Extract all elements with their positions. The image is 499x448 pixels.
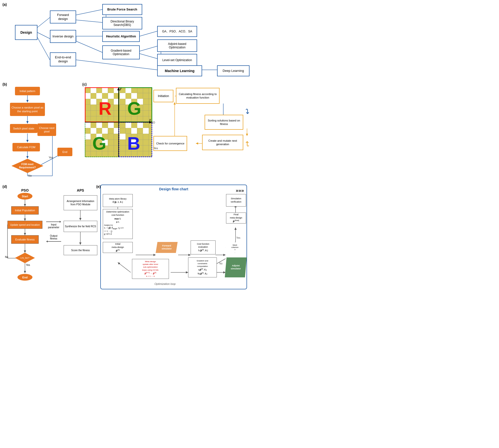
forward-design-box: Forward design bbox=[50, 10, 76, 23]
deep-learning-box: Deep Learning bbox=[217, 65, 250, 76]
final-meta-box: Finalmeta-designp̄(final) bbox=[226, 213, 246, 224]
adjoint-sim-box: Adjointsimulator bbox=[225, 257, 247, 277]
svg-text:FOM meet: FOM meet bbox=[21, 163, 34, 166]
svg-rect-64 bbox=[91, 99, 96, 105]
svg-line-2 bbox=[37, 37, 50, 60]
aps-title: APS bbox=[62, 188, 99, 192]
svg-line-6 bbox=[76, 41, 102, 52]
cost-eval-box: Cost functionevaluationf₀(p̄(k), r̄₁) bbox=[191, 240, 216, 254]
arrangement-box: Arrangement Information from PSO Module bbox=[64, 195, 97, 210]
svg-rect-78 bbox=[143, 128, 149, 134]
end-oval-d: End bbox=[17, 274, 32, 281]
svg-rect-59 bbox=[85, 93, 91, 99]
machine-learning-box: Machine Learning bbox=[157, 65, 202, 76]
svg-line-7 bbox=[140, 31, 157, 36]
svg-rect-70 bbox=[96, 122, 102, 128]
sorting-box: Sorting solutions based on fitness bbox=[205, 115, 243, 130]
calc-fitness-box: Calculating fitness according to evaluat… bbox=[176, 88, 220, 104]
svg-rect-55 bbox=[91, 87, 96, 93]
svg-line-1 bbox=[37, 32, 50, 39]
svg-rect-81 bbox=[120, 134, 125, 139]
svg-rect-62 bbox=[120, 93, 125, 99]
pixel-grid-area: R G G B y x bbox=[85, 87, 152, 157]
yes-label-d: Yes bbox=[26, 264, 30, 266]
section-e-label: (e) bbox=[96, 185, 101, 189]
svg-text:Requirement?: Requirement? bbox=[19, 166, 36, 169]
output-fitness-arrow: Output fitness bbox=[46, 234, 61, 242]
check-convergence-box: Check for convergence bbox=[153, 136, 187, 151]
svg-line-0 bbox=[37, 17, 50, 27]
svg-text:G: G bbox=[127, 99, 141, 118]
yes-label-c: Yes bbox=[153, 147, 158, 150]
initial-pop-box: Initial Population bbox=[11, 206, 39, 215]
svg-rect-60 bbox=[96, 93, 102, 99]
update-speed-box: Update speed and location bbox=[7, 221, 42, 229]
switch-pixel-box: Switch pixel state bbox=[10, 124, 37, 133]
meet-criterion-diamond: Meetcriterion? bbox=[226, 242, 244, 253]
arrows-symbol: »»» bbox=[236, 188, 244, 193]
svg-rect-63 bbox=[131, 93, 137, 99]
calculate-fom-box: Calculate FOM bbox=[12, 143, 40, 151]
pixel-grid-svg: R G G B y x bbox=[85, 87, 152, 157]
svg-rect-75 bbox=[102, 128, 108, 134]
svg-rect-71 bbox=[108, 122, 114, 128]
gradient-comp-box: Gradient and constraints computation fi(… bbox=[188, 257, 217, 277]
svg-rect-74 bbox=[91, 128, 96, 134]
initial-meta-box: Initialmeta-designp̄(0) bbox=[103, 242, 133, 253]
create-mutate-box: Create and mutate next generation bbox=[202, 135, 243, 150]
svg-rect-79 bbox=[85, 134, 91, 139]
svg-text:No: No bbox=[219, 262, 223, 265]
determine-box: Determine optimization cost function max… bbox=[103, 209, 133, 239]
input-param-arrow: Input parameter bbox=[46, 221, 61, 229]
evaluate-fitness-box: Evaluate fitness bbox=[11, 235, 39, 244]
choose-next-box: Choose next pixel bbox=[37, 123, 56, 136]
svg-text:Yes: Yes bbox=[236, 236, 240, 239]
create-curve-arrow: ↩ bbox=[243, 141, 250, 147]
dbs-box: Directional Binary Search(DBS) bbox=[102, 17, 142, 29]
svg-rect-61 bbox=[108, 93, 114, 99]
svg-rect-56 bbox=[102, 87, 108, 93]
level-set-box: Level-set Optimization bbox=[157, 54, 197, 66]
pso-title: PSO bbox=[5, 188, 45, 192]
svg-text:R: R bbox=[99, 99, 112, 118]
svg-rect-77 bbox=[131, 128, 137, 134]
no-label-d: No bbox=[5, 256, 8, 258]
svg-line-8 bbox=[140, 46, 157, 51]
choose-random-box: Choose a random pixel as the starting po… bbox=[10, 103, 45, 116]
adjoint-box: Adjoint-based Optimization bbox=[157, 39, 197, 52]
synthesize-box: Synthesize the far field RCS bbox=[64, 221, 97, 232]
no-label-b: No bbox=[28, 174, 32, 177]
svg-line-10 bbox=[76, 60, 157, 70]
yes-label-b: Yes bbox=[49, 156, 53, 159]
brute-force-box: Brute Force Search bbox=[102, 4, 142, 15]
svg-marker-25 bbox=[12, 159, 43, 173]
svg-line-125 bbox=[118, 262, 131, 272]
svg-rect-73 bbox=[137, 122, 143, 128]
i-niter-diamond: i=N_iter? bbox=[15, 253, 35, 263]
ga-pso-box: GA、PSO、ACO、SA bbox=[157, 26, 197, 37]
section-d-label: (d) bbox=[2, 185, 7, 189]
svg-line-4 bbox=[76, 20, 102, 22]
svg-text:B: B bbox=[127, 133, 140, 153]
section-b-label: (b) bbox=[2, 82, 7, 86]
forward-sim-box: Forwardsimulator bbox=[156, 242, 178, 253]
svg-line-9 bbox=[140, 54, 157, 59]
score-box: Score the fitness bbox=[64, 245, 97, 255]
svg-line-3 bbox=[76, 9, 102, 15]
svg-text:Optimization loop: Optimization loop bbox=[154, 282, 176, 285]
svg-rect-58 bbox=[125, 87, 131, 93]
svg-rect-69 bbox=[85, 122, 91, 128]
svg-text:y: y bbox=[120, 87, 122, 91]
fom-diamond-shape: FOM meet Requirement? bbox=[11, 158, 44, 173]
meta-update-box: Meta-design update after inner sub-optim… bbox=[132, 259, 169, 279]
initiation-box: Initiation bbox=[153, 90, 173, 102]
svg-rect-72 bbox=[125, 122, 131, 128]
meta-atom-box: Meta-atom libraryÊ(p̄, λ, r̄₀) bbox=[103, 194, 133, 207]
start-oval: Start bbox=[17, 193, 32, 200]
sim-verify-box: Simulationverification bbox=[226, 194, 246, 207]
section-e-title: Design flow chart bbox=[103, 187, 245, 191]
end-box-b: End bbox=[57, 148, 72, 156]
inverse-design-box: Inverse design bbox=[50, 30, 76, 43]
section-c-label: (c) bbox=[82, 82, 87, 86]
gradient-box: Gradient-based Optimization bbox=[102, 45, 140, 59]
